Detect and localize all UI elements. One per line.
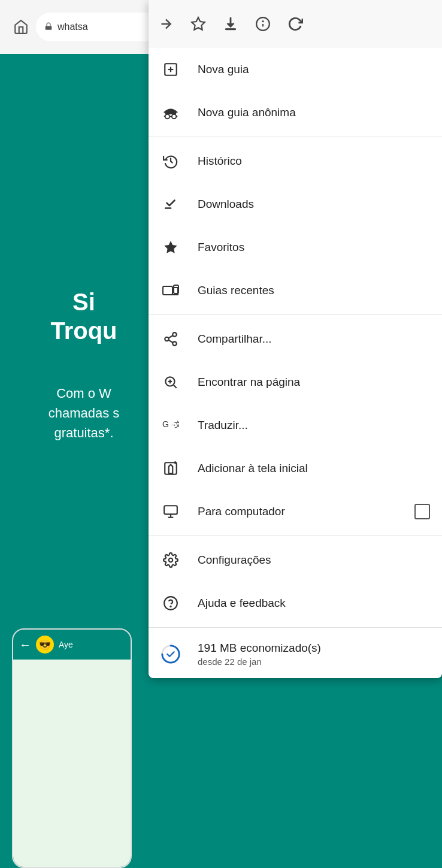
menu-item-data-saver[interactable]: 191 MB economizado(s) desde 22 de jan bbox=[149, 630, 442, 678]
bg-title: Si Troqu bbox=[12, 288, 156, 345]
lock-icon bbox=[44, 22, 53, 32]
menu-label-favorites: Favoritos bbox=[198, 241, 430, 254]
menu-item-settings[interactable]: Configurações bbox=[149, 539, 442, 582]
svg-line-16 bbox=[164, 116, 165, 117]
menu-label-desktop: Para computador bbox=[198, 505, 398, 518]
menu-label-downloads: Downloads bbox=[198, 198, 430, 211]
data-saver-icon bbox=[161, 644, 181, 664]
svg-rect-20 bbox=[163, 286, 172, 295]
bg-subtitle: Com o W chamadas s gratuitas*. bbox=[12, 383, 156, 443]
svg-marker-2 bbox=[192, 17, 205, 30]
divider-3 bbox=[149, 536, 442, 536]
menu-label-incognito: Nova guia anônima bbox=[198, 106, 430, 119]
menu-item-recent-tabs[interactable]: Guias recentes bbox=[149, 269, 442, 312]
phone-screen: ← 😎 Aye bbox=[13, 630, 131, 867]
menu-item-share[interactable]: Compartilhar... bbox=[149, 317, 442, 361]
menu-item-history[interactable]: Histórico bbox=[149, 140, 442, 183]
home-button[interactable] bbox=[6, 0, 36, 54]
desktop-icon bbox=[161, 501, 181, 522]
menu-item-new-tab[interactable]: Nova guia bbox=[149, 48, 442, 91]
settings-icon bbox=[161, 550, 181, 570]
info-button[interactable] bbox=[255, 16, 271, 32]
favorites-icon bbox=[161, 237, 181, 258]
svg-line-17 bbox=[176, 116, 177, 117]
menu-item-incognito[interactable]: Nova guia anônima bbox=[149, 91, 442, 134]
help-icon bbox=[161, 593, 181, 613]
svg-marker-19 bbox=[164, 241, 177, 253]
menu-item-desktop[interactable]: Para computador bbox=[149, 490, 442, 533]
url-text: whatsa bbox=[57, 22, 88, 32]
add-home-icon bbox=[161, 458, 181, 479]
svg-point-13 bbox=[165, 114, 169, 119]
divider-2 bbox=[149, 314, 442, 315]
recent-tabs-icon bbox=[161, 280, 181, 301]
bookmark-button[interactable] bbox=[190, 16, 206, 32]
phone-avatar: 😎 bbox=[36, 636, 54, 654]
menu-item-downloads[interactable]: Downloads bbox=[149, 183, 442, 226]
menu-label-settings: Configurações bbox=[198, 554, 430, 567]
data-saver-subtitle: desde 22 de jan bbox=[198, 657, 430, 667]
phone-mockup: ← 😎 Aye bbox=[12, 628, 132, 868]
phone-header: ← 😎 Aye bbox=[13, 630, 131, 660]
dropdown-toolbar bbox=[149, 0, 442, 48]
menu-label-find: Encontrar na página bbox=[198, 376, 430, 389]
menu-label-history: Histórico bbox=[198, 155, 430, 168]
menu-label-recent-tabs: Guias recentes bbox=[198, 284, 430, 297]
svg-point-24 bbox=[172, 341, 177, 346]
share-icon bbox=[161, 329, 181, 349]
menu-label-translate: Traduzir... bbox=[198, 419, 430, 432]
svg-line-28 bbox=[174, 385, 177, 388]
refresh-button[interactable] bbox=[287, 16, 303, 32]
svg-text:G: G bbox=[162, 419, 169, 429]
menu-label-add-home: Adicionar à tela inicial bbox=[198, 462, 430, 475]
svg-rect-3 bbox=[225, 29, 235, 31]
svg-point-40 bbox=[169, 558, 173, 562]
history-icon bbox=[161, 151, 181, 171]
svg-point-23 bbox=[165, 337, 169, 341]
menu-item-help[interactable]: Ajuda e feedback bbox=[149, 582, 442, 625]
svg-point-14 bbox=[172, 114, 176, 119]
find-icon bbox=[161, 372, 181, 392]
menu-label-new-tab: Nova guia bbox=[198, 63, 430, 76]
svg-text:文: 文 bbox=[174, 420, 179, 429]
menu-item-favorites[interactable]: Favoritos bbox=[149, 226, 442, 269]
incognito-icon bbox=[161, 102, 181, 123]
menu-item-find[interactable]: Encontrar na página bbox=[149, 361, 442, 404]
translate-icon: G → 文 bbox=[161, 415, 181, 435]
forward-button[interactable] bbox=[158, 16, 174, 32]
downloads-icon bbox=[161, 194, 181, 214]
menu-item-translate[interactable]: G → 文 Traduzir... bbox=[149, 404, 442, 447]
svg-line-26 bbox=[168, 335, 172, 338]
new-tab-icon bbox=[161, 59, 181, 80]
svg-rect-5 bbox=[230, 17, 231, 26]
divider-4 bbox=[149, 627, 442, 628]
download-button[interactable] bbox=[223, 16, 238, 32]
dropdown-menu: Nova guia Nova guia anônima bbox=[149, 0, 442, 678]
divider-1 bbox=[149, 137, 442, 137]
desktop-checkbox[interactable] bbox=[414, 504, 430, 519]
svg-rect-0 bbox=[46, 26, 52, 29]
svg-line-25 bbox=[168, 340, 172, 343]
menu-label-help: Ajuda e feedback bbox=[198, 597, 430, 610]
svg-rect-37 bbox=[164, 506, 177, 514]
data-saver-title: 191 MB economizado(s) bbox=[198, 642, 430, 655]
data-saver-text: 191 MB economizado(s) desde 22 de jan bbox=[198, 642, 430, 667]
menu-item-add-home[interactable]: Adicionar à tela inicial bbox=[149, 447, 442, 490]
menu-label-share: Compartilhar... bbox=[198, 332, 430, 346]
svg-point-22 bbox=[172, 332, 177, 337]
